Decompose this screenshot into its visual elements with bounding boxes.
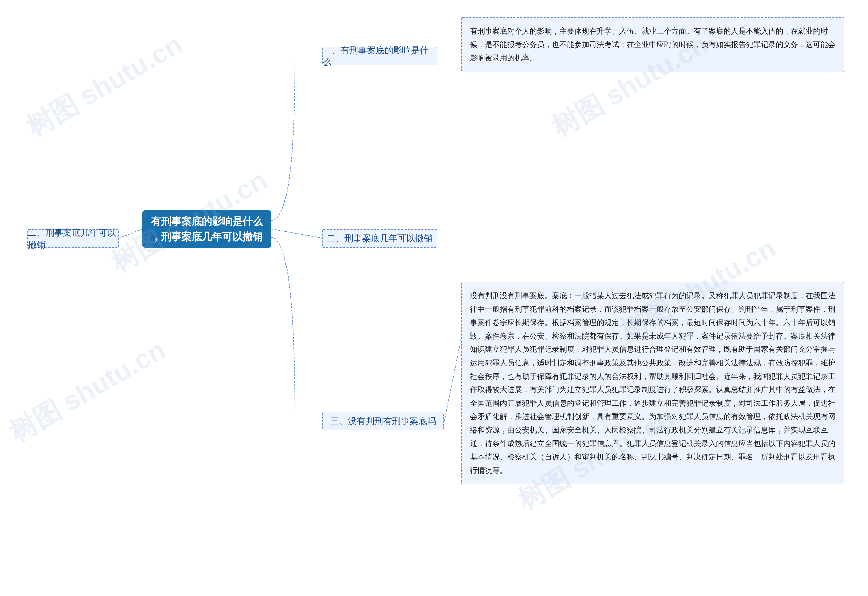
watermark-1: 树图 shutu.cn [20,27,189,145]
text-box-influence: 有刑事案底对个人的影响，主要体现在升学、入伍、就业三个方面。有了案底的人是不能入… [461,17,844,72]
central-node: 有刑事案底的影响是什么 ，刑事案底几年可以撤销 [142,210,271,248]
mind-map-container: 树图 shutu.cn 树图 shutu.cn 树图 shutu.cn 树图 s… [0,0,868,596]
right-top-node-label: 一、有刑事案底的影响是什么 [323,44,437,68]
left-node: 二、刑事案底几年可以撤销 [27,229,119,248]
right-middle-node: 二、刑事案底几年可以撤销 [322,229,437,248]
central-node-line2: ，刑事案底几年可以撤销 [151,229,263,244]
svg-line-1 [271,229,322,238]
text-box-criminal-record: 没有判刑没有刑事案底。案底：一般指某人过去犯法或犯罪行为的记录。又称犯罪人员犯罪… [461,281,844,484]
central-node-line1: 有刑事案底的影响是什么 [151,214,263,229]
watermark-3: 树图 shutu.cn [3,332,172,451]
right-bottom-node-label: 三、没有判刑有刑事案底吗 [330,415,436,427]
right-top-node: 一、有刑事案底的影响是什么 [322,47,437,65]
left-node-label: 二、刑事案底几年可以撤销 [28,227,118,251]
right-bottom-node: 三、没有判刑有刑事案底吗 [322,412,444,430]
text-box-influence-content: 有刑事案底对个人的影响，主要体现在升学、入伍、就业三个方面。有了案底的人是不能入… [470,27,836,62]
svg-line-3 [444,339,461,421]
text-box-criminal-record-content: 没有判刑没有刑事案底。案底：一般指某人过去犯法或犯罪行为的记录。又称犯罪人员犯罪… [470,291,836,475]
right-middle-node-label: 二、刑事案底几年可以撤销 [327,232,433,244]
svg-line-0 [119,229,142,238]
